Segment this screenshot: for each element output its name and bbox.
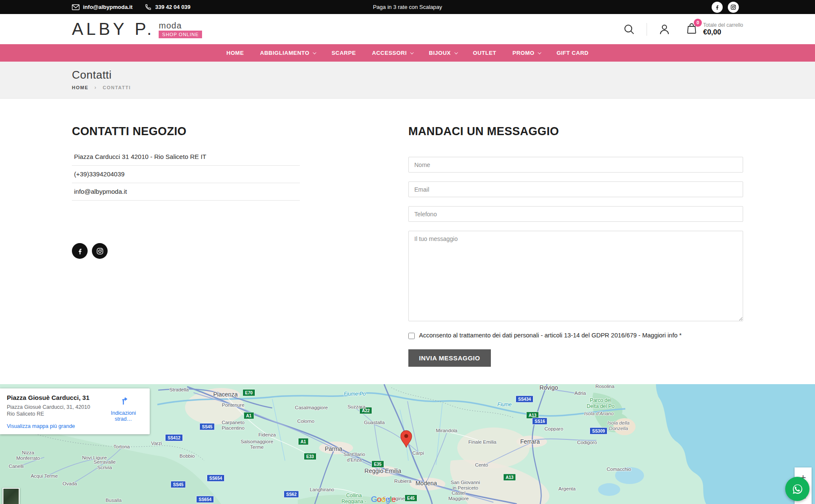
road-badge: SS62 <box>284 491 299 498</box>
contact-socials <box>72 243 300 259</box>
site-logo[interactable]: ALBY P. moda SHOP ONLINE <box>72 20 202 38</box>
chevron-down-icon <box>538 51 541 54</box>
email-input[interactable] <box>408 181 743 197</box>
nav-item-label: SCARPE <box>331 50 356 56</box>
send-message-button[interactable]: INVIA MESSAGGIO <box>408 349 491 367</box>
consent-label: Acconsento al trattamento dei dati perso… <box>419 332 681 339</box>
chevron-down-icon <box>454 51 458 54</box>
phone-icon <box>145 3 152 11</box>
satellite-view-toggle[interactable] <box>3 488 20 504</box>
road-badge: SS412 <box>165 434 183 442</box>
cart-count-badge: 0 <box>694 19 702 27</box>
message-textarea[interactable] <box>408 231 743 321</box>
page-title: Contatti <box>72 68 743 82</box>
road-badge: A22 <box>359 407 372 414</box>
main-nav: HOMEABBIGLIAMENTOSCARPEACCESSORIBIJOUXOU… <box>0 44 815 62</box>
road-badge: SS654 <box>207 475 225 482</box>
instagram-icon <box>96 247 104 255</box>
topbar-instagram-button[interactable] <box>728 2 739 13</box>
contact-info-section: CONTATTI NEGOZIO Piazza Carducci 31 4201… <box>72 125 300 367</box>
facebook-icon <box>714 4 721 11</box>
whatsapp-icon <box>791 482 804 496</box>
directions-link[interactable]: Indicazioni strad… <box>103 410 144 422</box>
consent-checkbox[interactable] <box>408 333 415 339</box>
road-badge: E35 <box>371 461 384 468</box>
phone-input[interactable] <box>408 206 743 222</box>
search-icon <box>623 23 635 36</box>
breadcrumb-separator: › <box>94 85 97 91</box>
road-badge: SS16 <box>532 418 547 425</box>
google-map[interactable]: E70A1A1E33E35E45A13A13A22SS45SS412SS654S… <box>0 384 815 504</box>
google-logo-letter: o <box>377 495 381 504</box>
user-icon <box>658 23 671 36</box>
google-logo-letter: e <box>391 495 396 504</box>
cart-bag-icon: 0 <box>685 22 698 37</box>
map-card-title: Piazza Giosuè Carducci, 31 <box>7 394 103 401</box>
facebook-button[interactable] <box>72 243 88 259</box>
nav-item-label: ABBIGLIAMENTO <box>260 50 309 56</box>
search-button[interactable] <box>623 23 635 36</box>
nav-item-label: HOME <box>226 50 244 56</box>
nav-item-label: BIJOUX <box>429 50 450 56</box>
logo-shop-online-badge: SHOP ONLINE <box>159 31 202 38</box>
nav-item-label: PROMO <box>513 50 535 56</box>
chevron-down-icon <box>313 51 316 54</box>
contact-heading: CONTATTI NEGOZIO <box>72 125 300 138</box>
account-button[interactable] <box>658 23 671 36</box>
cart-total-label: Totale del carrello <box>703 22 743 28</box>
road-badge: SS309 <box>590 428 607 435</box>
nav-item-label: ACCESSORI <box>372 50 407 56</box>
logo-sub-text: moda <box>159 21 202 30</box>
road-badge: A1 <box>298 438 309 445</box>
road-badge: SS45 <box>171 481 186 488</box>
road-badge: A1 <box>244 412 254 419</box>
topbar-promo: Paga in 3 rate con Scalapay <box>373 4 442 10</box>
main-content: CONTATTI NEGOZIO Piazza Carducci 31 4201… <box>72 99 743 367</box>
breadcrumb-bar: Contatti HOME › CONTATTI <box>0 62 815 99</box>
nav-item-scarpe[interactable]: SCARPE <box>323 50 364 56</box>
map-card-address: Piazza Giosuè Carducci, 31, 42010 Rio Sa… <box>7 404 103 418</box>
google-logo-letter: G <box>371 495 377 504</box>
road-badge: SS45 <box>199 423 215 430</box>
google-logo-letter: o <box>381 495 385 504</box>
breadcrumb-home-link[interactable]: HOME <box>72 85 88 90</box>
nav-item-bijoux[interactable]: BIJOUX <box>421 50 464 56</box>
topbar-facebook-button[interactable] <box>712 2 723 13</box>
nav-list: HOMEABBIGLIAMENTOSCARPEACCESSORIBIJOUXOU… <box>218 50 596 56</box>
facebook-icon <box>76 247 84 255</box>
breadcrumb-current: CONTATTI <box>103 85 131 90</box>
whatsapp-button[interactable] <box>785 477 809 501</box>
map-marker[interactable] <box>400 430 413 448</box>
header-divider <box>647 23 647 36</box>
header: ALBY P. moda SHOP ONLINE <box>0 14 815 44</box>
nav-item-gift-card[interactable]: GIFT CARD <box>548 50 596 56</box>
nav-item-home[interactable]: HOME <box>218 50 252 56</box>
directions-icon[interactable] <box>118 396 128 406</box>
nav-item-accessori[interactable]: ACCESSORI <box>364 50 421 56</box>
topbar-email-link[interactable]: info@albypmoda.it <box>72 4 133 10</box>
contact-form: Acconsento al trattamento dei dati perso… <box>408 157 743 367</box>
consent-row: Acconsento al trattamento dei dati perso… <box>408 332 743 339</box>
view-larger-map-link[interactable]: Visualizza mappa più grande <box>7 423 75 429</box>
topbar: info@albypmoda.it 339 42 04 039 Paga in … <box>0 0 815 14</box>
topbar-phone-text: 339 42 04 039 <box>155 4 191 10</box>
name-input[interactable] <box>408 157 743 173</box>
form-heading: MANDACI UN MESSAGGIO <box>408 125 743 138</box>
road-badge: A13 <box>503 474 516 481</box>
logo-main-text: ALBY P. <box>72 20 154 37</box>
google-logo[interactable]: Google <box>371 495 396 504</box>
nav-item-promo[interactable]: PROMO <box>504 50 549 56</box>
cart-button[interactable]: 0 Totale del carrello €0,00 <box>685 22 743 37</box>
chevron-down-icon <box>410 51 414 54</box>
breadcrumb: HOME › CONTATTI <box>72 85 743 91</box>
map-info-card: Piazza Giosuè Carducci, 31 Piazza Giosuè… <box>0 388 150 434</box>
road-badge: SS434 <box>516 396 533 403</box>
nav-item-abbigliamento[interactable]: ABBIGLIAMENTO <box>252 50 323 56</box>
nav-item-outlet[interactable]: OUTLET <box>465 50 504 56</box>
topbar-phone-link[interactable]: 339 42 04 039 <box>145 3 191 11</box>
topbar-email-text: info@albypmoda.it <box>83 4 133 10</box>
instagram-button[interactable] <box>92 243 108 259</box>
contact-row: info@albypmoda.it <box>72 183 300 201</box>
page: info@albypmoda.it 339 42 04 039 Paga in … <box>0 0 815 504</box>
road-badge: E70 <box>242 389 255 396</box>
